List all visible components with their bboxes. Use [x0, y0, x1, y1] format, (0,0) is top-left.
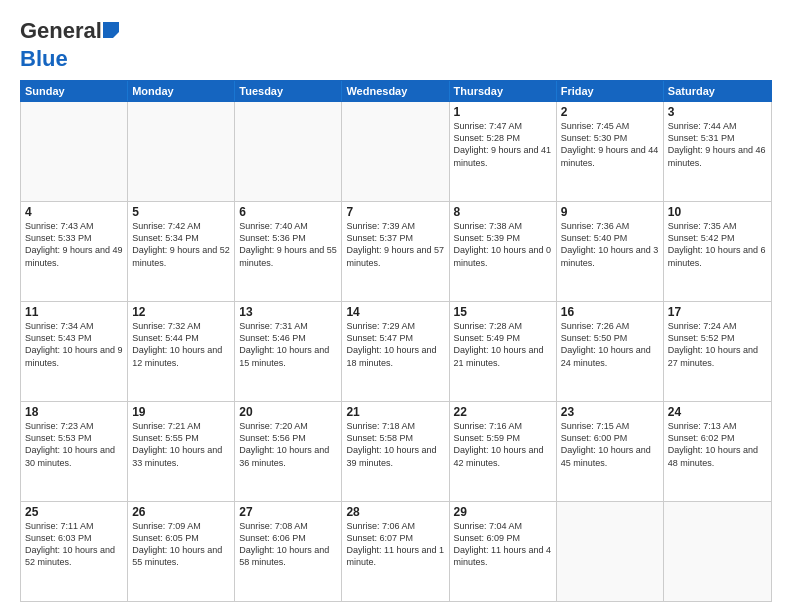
weekday-header: Thursday	[450, 81, 557, 101]
day-number: 14	[346, 305, 444, 319]
calendar-cell: 18Sunrise: 7:23 AM Sunset: 5:53 PM Dayli…	[21, 402, 128, 501]
calendar-cell: 6Sunrise: 7:40 AM Sunset: 5:36 PM Daylig…	[235, 202, 342, 301]
day-info: Sunrise: 7:04 AM Sunset: 6:09 PM Dayligh…	[454, 520, 552, 569]
day-number: 20	[239, 405, 337, 419]
day-number: 12	[132, 305, 230, 319]
calendar-cell: 28Sunrise: 7:06 AM Sunset: 6:07 PM Dayli…	[342, 502, 449, 601]
header: General Blue	[20, 18, 772, 72]
day-number: 2	[561, 105, 659, 119]
calendar-cell: 20Sunrise: 7:20 AM Sunset: 5:56 PM Dayli…	[235, 402, 342, 501]
day-number: 8	[454, 205, 552, 219]
calendar-cell: 17Sunrise: 7:24 AM Sunset: 5:52 PM Dayli…	[664, 302, 771, 401]
day-number: 13	[239, 305, 337, 319]
page: General Blue SundayMondayTuesdayWednesda…	[0, 0, 792, 612]
calendar-cell: 11Sunrise: 7:34 AM Sunset: 5:43 PM Dayli…	[21, 302, 128, 401]
calendar-cell	[342, 102, 449, 201]
calendar-body: 1Sunrise: 7:47 AM Sunset: 5:28 PM Daylig…	[20, 102, 772, 602]
calendar-cell: 7Sunrise: 7:39 AM Sunset: 5:37 PM Daylig…	[342, 202, 449, 301]
day-number: 16	[561, 305, 659, 319]
day-number: 9	[561, 205, 659, 219]
calendar-cell: 12Sunrise: 7:32 AM Sunset: 5:44 PM Dayli…	[128, 302, 235, 401]
day-info: Sunrise: 7:43 AM Sunset: 5:33 PM Dayligh…	[25, 220, 123, 269]
calendar-cell: 27Sunrise: 7:08 AM Sunset: 6:06 PM Dayli…	[235, 502, 342, 601]
calendar-cell: 4Sunrise: 7:43 AM Sunset: 5:33 PM Daylig…	[21, 202, 128, 301]
calendar-cell: 9Sunrise: 7:36 AM Sunset: 5:40 PM Daylig…	[557, 202, 664, 301]
day-info: Sunrise: 7:35 AM Sunset: 5:42 PM Dayligh…	[668, 220, 767, 269]
day-info: Sunrise: 7:24 AM Sunset: 5:52 PM Dayligh…	[668, 320, 767, 369]
calendar-cell: 29Sunrise: 7:04 AM Sunset: 6:09 PM Dayli…	[450, 502, 557, 601]
day-number: 17	[668, 305, 767, 319]
day-info: Sunrise: 7:40 AM Sunset: 5:36 PM Dayligh…	[239, 220, 337, 269]
day-number: 29	[454, 505, 552, 519]
day-number: 25	[25, 505, 123, 519]
day-info: Sunrise: 7:45 AM Sunset: 5:30 PM Dayligh…	[561, 120, 659, 169]
day-number: 11	[25, 305, 123, 319]
day-info: Sunrise: 7:39 AM Sunset: 5:37 PM Dayligh…	[346, 220, 444, 269]
day-number: 24	[668, 405, 767, 419]
day-number: 10	[668, 205, 767, 219]
calendar-cell: 3Sunrise: 7:44 AM Sunset: 5:31 PM Daylig…	[664, 102, 771, 201]
day-info: Sunrise: 7:13 AM Sunset: 6:02 PM Dayligh…	[668, 420, 767, 469]
day-number: 18	[25, 405, 123, 419]
day-info: Sunrise: 7:36 AM Sunset: 5:40 PM Dayligh…	[561, 220, 659, 269]
calendar-cell: 26Sunrise: 7:09 AM Sunset: 6:05 PM Dayli…	[128, 502, 235, 601]
day-number: 21	[346, 405, 444, 419]
day-number: 6	[239, 205, 337, 219]
calendar-cell: 25Sunrise: 7:11 AM Sunset: 6:03 PM Dayli…	[21, 502, 128, 601]
day-info: Sunrise: 7:34 AM Sunset: 5:43 PM Dayligh…	[25, 320, 123, 369]
calendar-cell	[128, 102, 235, 201]
logo-blue: Blue	[20, 46, 68, 71]
calendar-cell	[557, 502, 664, 601]
calendar-cell: 23Sunrise: 7:15 AM Sunset: 6:00 PM Dayli…	[557, 402, 664, 501]
logo-icon	[103, 18, 119, 44]
calendar-cell: 2Sunrise: 7:45 AM Sunset: 5:30 PM Daylig…	[557, 102, 664, 201]
svg-marker-0	[103, 22, 119, 38]
calendar-row: 11Sunrise: 7:34 AM Sunset: 5:43 PM Dayli…	[21, 302, 771, 402]
calendar-row: 18Sunrise: 7:23 AM Sunset: 5:53 PM Dayli…	[21, 402, 771, 502]
day-number: 3	[668, 105, 767, 119]
weekday-header: Sunday	[21, 81, 128, 101]
day-info: Sunrise: 7:31 AM Sunset: 5:46 PM Dayligh…	[239, 320, 337, 369]
day-number: 5	[132, 205, 230, 219]
day-number: 1	[454, 105, 552, 119]
calendar-cell: 10Sunrise: 7:35 AM Sunset: 5:42 PM Dayli…	[664, 202, 771, 301]
calendar-cell	[235, 102, 342, 201]
day-number: 28	[346, 505, 444, 519]
day-info: Sunrise: 7:08 AM Sunset: 6:06 PM Dayligh…	[239, 520, 337, 569]
day-info: Sunrise: 7:16 AM Sunset: 5:59 PM Dayligh…	[454, 420, 552, 469]
logo-text: General	[20, 18, 120, 46]
calendar-cell	[664, 502, 771, 601]
weekday-header: Wednesday	[342, 81, 449, 101]
calendar-row: 1Sunrise: 7:47 AM Sunset: 5:28 PM Daylig…	[21, 102, 771, 202]
day-number: 15	[454, 305, 552, 319]
day-info: Sunrise: 7:06 AM Sunset: 6:07 PM Dayligh…	[346, 520, 444, 569]
calendar-cell: 1Sunrise: 7:47 AM Sunset: 5:28 PM Daylig…	[450, 102, 557, 201]
day-info: Sunrise: 7:20 AM Sunset: 5:56 PM Dayligh…	[239, 420, 337, 469]
calendar-cell: 5Sunrise: 7:42 AM Sunset: 5:34 PM Daylig…	[128, 202, 235, 301]
calendar-cell: 22Sunrise: 7:16 AM Sunset: 5:59 PM Dayli…	[450, 402, 557, 501]
logo: General Blue	[20, 18, 120, 72]
day-info: Sunrise: 7:23 AM Sunset: 5:53 PM Dayligh…	[25, 420, 123, 469]
day-info: Sunrise: 7:21 AM Sunset: 5:55 PM Dayligh…	[132, 420, 230, 469]
day-info: Sunrise: 7:44 AM Sunset: 5:31 PM Dayligh…	[668, 120, 767, 169]
day-info: Sunrise: 7:42 AM Sunset: 5:34 PM Dayligh…	[132, 220, 230, 269]
day-info: Sunrise: 7:47 AM Sunset: 5:28 PM Dayligh…	[454, 120, 552, 169]
weekday-header: Tuesday	[235, 81, 342, 101]
calendar-cell: 24Sunrise: 7:13 AM Sunset: 6:02 PM Dayli…	[664, 402, 771, 501]
logo-general: General	[20, 18, 102, 43]
calendar: SundayMondayTuesdayWednesdayThursdayFrid…	[20, 80, 772, 602]
day-info: Sunrise: 7:38 AM Sunset: 5:39 PM Dayligh…	[454, 220, 552, 269]
day-number: 4	[25, 205, 123, 219]
weekday-header: Friday	[557, 81, 664, 101]
day-number: 7	[346, 205, 444, 219]
day-number: 22	[454, 405, 552, 419]
day-info: Sunrise: 7:11 AM Sunset: 6:03 PM Dayligh…	[25, 520, 123, 569]
weekday-header: Monday	[128, 81, 235, 101]
day-info: Sunrise: 7:18 AM Sunset: 5:58 PM Dayligh…	[346, 420, 444, 469]
calendar-cell: 19Sunrise: 7:21 AM Sunset: 5:55 PM Dayli…	[128, 402, 235, 501]
calendar-row: 25Sunrise: 7:11 AM Sunset: 6:03 PM Dayli…	[21, 502, 771, 601]
day-info: Sunrise: 7:32 AM Sunset: 5:44 PM Dayligh…	[132, 320, 230, 369]
calendar-cell: 8Sunrise: 7:38 AM Sunset: 5:39 PM Daylig…	[450, 202, 557, 301]
calendar-cell	[21, 102, 128, 201]
day-number: 23	[561, 405, 659, 419]
